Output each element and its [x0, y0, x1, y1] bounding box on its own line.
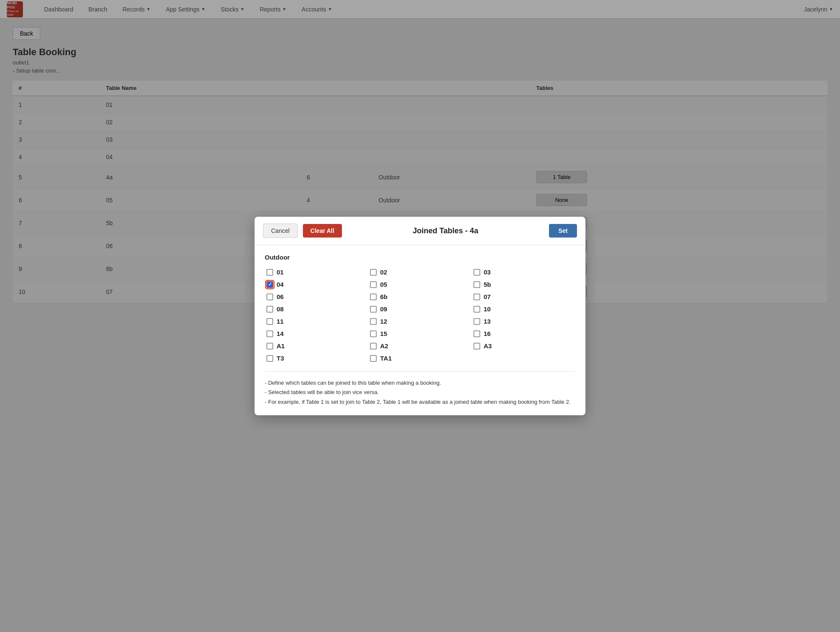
modal-title: Joined Tables - 4a: [347, 227, 544, 235]
checkbox-label-07: 07: [484, 293, 491, 300]
table-checkbox-item: TA1: [368, 352, 472, 364]
checkbox-10[interactable]: [473, 306, 480, 313]
modal-divider: [265, 371, 575, 372]
checkbox-04[interactable]: [266, 281, 273, 288]
table-checkbox-item: A2: [368, 340, 472, 352]
checkbox-5b[interactable]: [473, 281, 480, 288]
checkbox-label-5b: 5b: [484, 281, 491, 288]
checkbox-15[interactable]: [370, 330, 377, 337]
checkbox-03[interactable]: [473, 269, 480, 276]
table-checkbox-item: 06: [265, 291, 368, 303]
table-checkbox-item: 10: [472, 303, 575, 315]
checkbox-07[interactable]: [473, 294, 480, 300]
section-title: Outdoor: [265, 254, 575, 261]
table-checkbox-item: 09: [368, 303, 472, 315]
table-checkbox-item: 02: [368, 266, 472, 278]
table-checkbox-item: 6b: [368, 291, 472, 303]
checkbox-label-T3: T3: [277, 355, 284, 362]
modal-header: Cancel Clear All Joined Tables - 4a Set: [255, 217, 585, 245]
table-checkbox-item: 04: [265, 278, 368, 291]
checkbox-label-14: 14: [277, 330, 284, 337]
info-line: - Define which tables can be joined to t…: [265, 378, 575, 388]
checkbox-16[interactable]: [473, 330, 480, 337]
joined-tables-modal: Cancel Clear All Joined Tables - 4a Set …: [255, 217, 585, 415]
checkbox-11[interactable]: [266, 318, 273, 325]
checkbox-label-6b: 6b: [380, 293, 388, 300]
modal-body: Outdoor 01020304055b066b0708091011121314…: [255, 245, 585, 415]
checkbox-label-02: 02: [380, 268, 387, 276]
checkbox-label-A3: A3: [484, 342, 492, 350]
checkbox-09[interactable]: [370, 306, 377, 313]
checkbox-A1[interactable]: [266, 343, 273, 350]
checkbox-label-09: 09: [380, 305, 387, 313]
table-checkbox-item: 05: [368, 278, 472, 291]
checkbox-label-08: 08: [277, 305, 284, 313]
table-checkbox-item: A1: [265, 340, 368, 352]
checkbox-A3[interactable]: [473, 343, 480, 350]
checkbox-label-16: 16: [484, 330, 491, 337]
checkbox-label-03: 03: [484, 268, 491, 276]
cancel-button[interactable]: Cancel: [263, 224, 298, 238]
table-checkbox-item: 11: [265, 315, 368, 327]
checkbox-label-15: 15: [380, 330, 387, 337]
checkbox-label-A1: A1: [277, 342, 285, 350]
checkbox-06[interactable]: [266, 294, 273, 300]
modal-info: - Define which tables can be joined to t…: [265, 378, 575, 406]
table-checkbox-item: 15: [368, 327, 472, 340]
checkbox-A2[interactable]: [370, 343, 377, 350]
info-line: - For example, if Table 1 is set to join…: [265, 397, 575, 407]
checkbox-label-11: 11: [277, 318, 284, 325]
table-checkbox-item: 16: [472, 327, 575, 340]
checkbox-01[interactable]: [266, 269, 273, 276]
checkbox-label-05: 05: [380, 281, 387, 288]
table-checkbox-item: 07: [472, 291, 575, 303]
table-checkboxes-grid: 01020304055b066b07080910111213141516A1A2…: [265, 266, 575, 364]
table-checkbox-item: A3: [472, 340, 575, 352]
checkbox-label-13: 13: [484, 318, 491, 325]
checkbox-13[interactable]: [473, 318, 480, 325]
clear-all-button[interactable]: Clear All: [303, 224, 342, 238]
checkbox-02[interactable]: [370, 269, 377, 276]
checkbox-12[interactable]: [370, 318, 377, 325]
table-checkbox-item: 13: [472, 315, 575, 327]
checkbox-label-01: 01: [277, 268, 284, 276]
checkbox-6b[interactable]: [370, 294, 377, 300]
checkbox-label-A2: A2: [380, 342, 388, 350]
set-button[interactable]: Set: [549, 224, 577, 238]
table-checkbox-item: 5b: [472, 278, 575, 291]
checkbox-label-04: 04: [277, 281, 284, 288]
modal-overlay: Cancel Clear All Joined Tables - 4a Set …: [0, 0, 840, 632]
checkbox-TA1[interactable]: [370, 355, 377, 362]
checkbox-14[interactable]: [266, 330, 273, 337]
checkbox-label-06: 06: [277, 293, 284, 300]
table-checkbox-item: 03: [472, 266, 575, 278]
table-checkbox-item: T3: [265, 352, 368, 364]
table-checkbox-item: 01: [265, 266, 368, 278]
table-checkbox-item: 14: [265, 327, 368, 340]
info-line: - Selected tables will be able to join v…: [265, 388, 575, 397]
table-checkbox-item: 12: [368, 315, 472, 327]
checkbox-label-TA1: TA1: [380, 355, 392, 362]
checkbox-label-10: 10: [484, 305, 491, 313]
checkbox-T3[interactable]: [266, 355, 273, 362]
checkbox-08[interactable]: [266, 306, 273, 313]
checkbox-label-12: 12: [380, 318, 387, 325]
checkbox-05[interactable]: [370, 281, 377, 288]
table-checkbox-item: 08: [265, 303, 368, 315]
